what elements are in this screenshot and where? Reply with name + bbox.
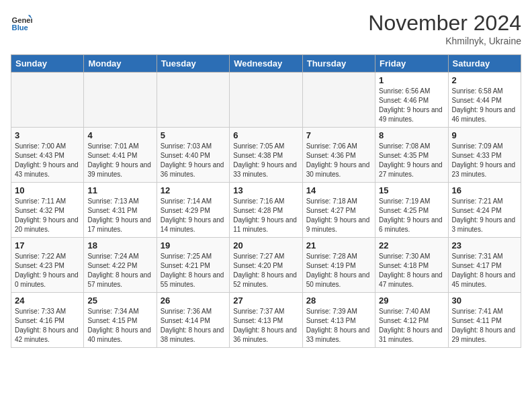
day-info: Sunrise: 7:25 AM Sunset: 4:21 PM Dayligh… <box>161 252 226 289</box>
day-info: Sunrise: 7:24 AM Sunset: 4:22 PM Dayligh… <box>87 252 152 289</box>
day-number: 12 <box>161 185 226 195</box>
day-info: Sunrise: 6:58 AM Sunset: 4:44 PM Dayligh… <box>452 87 517 124</box>
day-info: Sunrise: 7:05 AM Sunset: 4:38 PM Dayligh… <box>233 142 298 179</box>
day-number: 5 <box>161 130 226 140</box>
calendar-cell: 13Sunrise: 7:16 AM Sunset: 4:28 PM Dayli… <box>230 183 302 238</box>
day-info: Sunrise: 7:40 AM Sunset: 4:12 PM Dayligh… <box>379 307 444 345</box>
day-number: 30 <box>452 295 517 306</box>
calendar-cell: 24Sunrise: 7:33 AM Sunset: 4:16 PM Dayli… <box>11 293 84 348</box>
weekday-header-saturday: Saturday <box>448 55 521 73</box>
calendar-cell: 6Sunrise: 7:05 AM Sunset: 4:38 PM Daylig… <box>230 128 302 183</box>
calendar-cell: 2Sunrise: 6:58 AM Sunset: 4:44 PM Daylig… <box>448 73 521 128</box>
calendar-cell: 26Sunrise: 7:36 AM Sunset: 4:14 PM Dayli… <box>157 293 229 348</box>
calendar-cell: 21Sunrise: 7:28 AM Sunset: 4:19 PM Dayli… <box>302 238 375 293</box>
day-number: 9 <box>452 130 517 140</box>
month-title: November 2024 <box>368 11 521 36</box>
calendar-cell: 3Sunrise: 7:00 AM Sunset: 4:43 PM Daylig… <box>11 128 84 183</box>
calendar-cell: 12Sunrise: 7:14 AM Sunset: 4:29 PM Dayli… <box>157 183 229 238</box>
day-number: 23 <box>452 240 517 250</box>
day-info: Sunrise: 7:08 AM Sunset: 4:35 PM Dayligh… <box>379 142 444 179</box>
calendar-cell: 29Sunrise: 7:40 AM Sunset: 4:12 PM Dayli… <box>375 293 448 348</box>
calendar-cell: 19Sunrise: 7:25 AM Sunset: 4:21 PM Dayli… <box>157 238 229 293</box>
svg-text:Blue: Blue <box>12 24 28 32</box>
week-row-1: 1Sunrise: 6:56 AM Sunset: 4:46 PM Daylig… <box>11 73 521 128</box>
calendar-cell: 25Sunrise: 7:34 AM Sunset: 4:15 PM Dayli… <box>84 293 157 348</box>
page-header: General Blue November 2024 Khmilnyk, Ukr… <box>11 11 521 46</box>
calendar-cell: 15Sunrise: 7:19 AM Sunset: 4:25 PM Dayli… <box>375 183 448 238</box>
calendar-cell: 11Sunrise: 7:13 AM Sunset: 4:31 PM Dayli… <box>84 183 157 238</box>
calendar-cell: 20Sunrise: 7:27 AM Sunset: 4:20 PM Dayli… <box>230 238 302 293</box>
day-number: 15 <box>379 185 444 195</box>
title-block: November 2024 Khmilnyk, Ukraine <box>368 11 521 46</box>
week-row-3: 10Sunrise: 7:11 AM Sunset: 4:32 PM Dayli… <box>11 183 521 238</box>
calendar-cell: 30Sunrise: 7:41 AM Sunset: 4:11 PM Dayli… <box>448 293 521 348</box>
calendar-cell: 7Sunrise: 7:06 AM Sunset: 4:36 PM Daylig… <box>302 128 375 183</box>
day-info: Sunrise: 7:18 AM Sunset: 4:27 PM Dayligh… <box>306 197 371 234</box>
calendar-cell: 4Sunrise: 7:01 AM Sunset: 4:41 PM Daylig… <box>84 128 157 183</box>
day-info: Sunrise: 7:41 AM Sunset: 4:11 PM Dayligh… <box>452 307 517 345</box>
day-number: 10 <box>15 185 80 195</box>
day-info: Sunrise: 7:00 AM Sunset: 4:43 PM Dayligh… <box>15 142 80 179</box>
day-info: Sunrise: 7:33 AM Sunset: 4:16 PM Dayligh… <box>15 307 80 345</box>
day-number: 3 <box>15 130 80 140</box>
day-info: Sunrise: 7:21 AM Sunset: 4:24 PM Dayligh… <box>452 197 517 234</box>
logo-icon: General Blue <box>11 11 32 32</box>
day-info: Sunrise: 7:27 AM Sunset: 4:20 PM Dayligh… <box>233 252 298 289</box>
weekday-header-monday: Monday <box>84 55 157 73</box>
day-number: 7 <box>306 130 371 140</box>
calendar-cell: 1Sunrise: 6:56 AM Sunset: 4:46 PM Daylig… <box>375 73 448 128</box>
weekday-header-row: SundayMondayTuesdayWednesdayThursdayFrid… <box>11 55 521 73</box>
weekday-header-wednesday: Wednesday <box>230 55 302 73</box>
day-number: 28 <box>306 295 371 306</box>
day-number: 13 <box>233 185 298 195</box>
calendar-cell <box>84 73 157 128</box>
calendar-cell: 14Sunrise: 7:18 AM Sunset: 4:27 PM Dayli… <box>302 183 375 238</box>
day-info: Sunrise: 7:39 AM Sunset: 4:13 PM Dayligh… <box>306 307 371 345</box>
calendar-cell: 27Sunrise: 7:37 AM Sunset: 4:13 PM Dayli… <box>230 293 302 348</box>
day-info: Sunrise: 7:37 AM Sunset: 4:13 PM Dayligh… <box>233 307 298 345</box>
location: Khmilnyk, Ukraine <box>368 36 521 46</box>
day-info: Sunrise: 7:30 AM Sunset: 4:18 PM Dayligh… <box>379 252 444 289</box>
day-number: 8 <box>379 130 444 140</box>
day-info: Sunrise: 7:11 AM Sunset: 4:32 PM Dayligh… <box>15 197 80 234</box>
day-info: Sunrise: 7:09 AM Sunset: 4:33 PM Dayligh… <box>452 142 517 179</box>
day-number: 21 <box>306 240 371 250</box>
week-row-2: 3Sunrise: 7:00 AM Sunset: 4:43 PM Daylig… <box>11 128 521 183</box>
day-info: Sunrise: 7:13 AM Sunset: 4:31 PM Dayligh… <box>87 197 152 234</box>
svg-text:General: General <box>12 16 32 24</box>
day-info: Sunrise: 7:06 AM Sunset: 4:36 PM Dayligh… <box>306 142 371 179</box>
calendar-cell <box>157 73 229 128</box>
day-info: Sunrise: 7:14 AM Sunset: 4:29 PM Dayligh… <box>161 197 226 234</box>
day-number: 1 <box>379 75 444 85</box>
calendar-table: SundayMondayTuesdayWednesdayThursdayFrid… <box>11 54 521 348</box>
day-number: 11 <box>87 185 152 195</box>
day-number: 19 <box>161 240 226 250</box>
week-row-4: 17Sunrise: 7:22 AM Sunset: 4:23 PM Dayli… <box>11 238 521 293</box>
day-number: 17 <box>15 240 80 250</box>
day-info: Sunrise: 7:03 AM Sunset: 4:40 PM Dayligh… <box>161 142 226 179</box>
day-number: 6 <box>233 130 298 140</box>
day-info: Sunrise: 7:28 AM Sunset: 4:19 PM Dayligh… <box>306 252 371 289</box>
week-row-5: 24Sunrise: 7:33 AM Sunset: 4:16 PM Dayli… <box>11 293 521 348</box>
day-number: 27 <box>233 295 298 306</box>
day-number: 18 <box>87 240 152 250</box>
day-number: 14 <box>306 185 371 195</box>
calendar-cell: 5Sunrise: 7:03 AM Sunset: 4:40 PM Daylig… <box>157 128 229 183</box>
day-number: 26 <box>161 295 226 306</box>
calendar-cell <box>11 73 84 128</box>
day-number: 2 <box>452 75 517 85</box>
calendar-cell: 16Sunrise: 7:21 AM Sunset: 4:24 PM Dayli… <box>448 183 521 238</box>
calendar-cell <box>230 73 302 128</box>
day-number: 22 <box>379 240 444 250</box>
day-number: 29 <box>379 295 444 306</box>
day-info: Sunrise: 7:36 AM Sunset: 4:14 PM Dayligh… <box>161 307 226 345</box>
calendar-cell: 8Sunrise: 7:08 AM Sunset: 4:35 PM Daylig… <box>375 128 448 183</box>
day-number: 16 <box>452 185 517 195</box>
day-number: 25 <box>87 295 152 306</box>
weekday-header-tuesday: Tuesday <box>157 55 229 73</box>
day-number: 24 <box>15 295 80 306</box>
calendar-cell: 23Sunrise: 7:31 AM Sunset: 4:17 PM Dayli… <box>448 238 521 293</box>
weekday-header-friday: Friday <box>375 55 448 73</box>
day-info: Sunrise: 7:19 AM Sunset: 4:25 PM Dayligh… <box>379 197 444 234</box>
calendar-cell <box>302 73 375 128</box>
